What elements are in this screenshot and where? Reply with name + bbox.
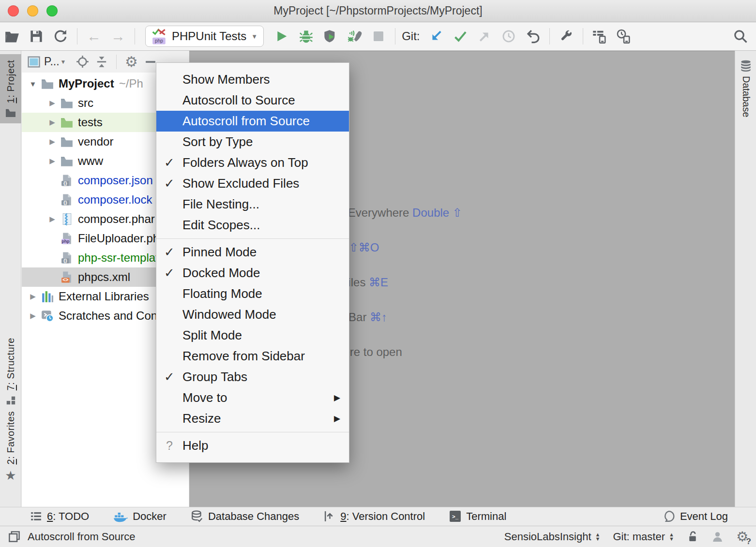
chevron-collapsed-icon[interactable]: ▶ (45, 99, 60, 107)
chevron-collapsed-icon[interactable]: ▶ (26, 311, 40, 320)
menu-item-folders-always-on-top[interactable]: ✓Folders Always on Top (156, 152, 349, 173)
menu-item-pinned-mode[interactable]: ✓Pinned Mode (156, 242, 349, 263)
toolbar-separator (549, 28, 550, 44)
locate-icon[interactable] (75, 54, 90, 70)
inspections-profile-icon[interactable] (711, 531, 724, 543)
checkmark-icon: ✓ (156, 155, 182, 170)
updown-arrows-icon: ▲▼ (595, 532, 601, 541)
chevron-collapsed-icon[interactable]: ▶ (45, 137, 60, 146)
menu-item-group-tabs[interactable]: ✓Group Tabs (156, 367, 349, 387)
device-clock-icon[interactable] (615, 28, 633, 45)
status-widget-git-master[interactable]: Git: master▲▼ (613, 531, 674, 543)
folder-gray-icon (60, 96, 74, 110)
menu-item-resize[interactable]: Resize▶ (156, 408, 349, 429)
tool-window-button-event-log[interactable]: Event Log (663, 510, 728, 523)
project-folder-icon (5, 108, 16, 118)
menu-item-floating-mode[interactable]: Floating Mode (156, 283, 349, 304)
menu-item-file-nesting[interactable]: File Nesting... (156, 194, 349, 215)
menu-item-show-members[interactable]: Show Members (156, 69, 349, 90)
chevron-collapsed-icon[interactable]: ▶ (45, 118, 60, 127)
tool-window-button-label: 9: Version Control (340, 510, 425, 523)
status-widget-label: Git: master (613, 531, 665, 543)
sync-icon[interactable] (52, 28, 69, 45)
structure-icon (5, 395, 16, 406)
run-coverage-icon[interactable] (321, 28, 339, 45)
menu-item-autoscroll-from-source[interactable]: Autoscroll from Source (156, 111, 349, 132)
open-icon[interactable] (3, 28, 21, 45)
project-view-selector[interactable]: P... (44, 55, 60, 68)
tree-item-label: vendor (78, 135, 113, 148)
json-file-icon: {} (60, 251, 74, 265)
toolbar-separator (395, 28, 395, 44)
tree-item-label: composer.json (78, 174, 153, 187)
tool-window-button-label: Database Changes (208, 510, 299, 523)
close-button[interactable] (8, 5, 19, 16)
tool-window-button-todo[interactable]: 6: TODO (30, 510, 89, 523)
menu-item-label: Move to (182, 390, 334, 405)
wrench-icon[interactable] (558, 28, 575, 45)
menu-item-split-mode[interactable]: Split Mode (156, 325, 349, 346)
svg-text:{}: {} (63, 180, 67, 186)
git-commit-icon[interactable] (452, 28, 469, 45)
toolbar-separator (77, 28, 77, 44)
tool-window-button-database-changes[interactable]: Database Changes (191, 510, 299, 523)
collapse-all-icon[interactable] (94, 54, 109, 70)
svg-text:{}: {} (63, 200, 67, 205)
back-icon[interactable]: ← (85, 28, 103, 45)
menu-item-label: Show Excluded Files (182, 176, 349, 191)
menu-item-docked-mode[interactable]: ✓Docked Mode (156, 263, 349, 283)
tree-item-label: MyProject (59, 77, 114, 90)
listen-debug-icon[interactable] (346, 28, 363, 45)
tool-window-button-docker[interactable]: Docker (113, 510, 166, 523)
tool-window-button-version-control[interactable]: 9: Version Control (323, 510, 425, 523)
tool-window-toggle-icon[interactable] (8, 530, 21, 543)
menu-item-label: Resize (182, 411, 334, 426)
tab-project[interactable]: 1: Project (0, 54, 21, 123)
archive-file-icon (60, 212, 74, 226)
unlock-icon[interactable] (687, 531, 699, 543)
tool-window-button-terminal[interactable]: >_Terminal (449, 510, 506, 523)
status-widget-sensiolabsinsight[interactable]: SensioLabsInsight▲▼ (504, 531, 601, 543)
tab-database[interactable]: Database (735, 59, 756, 118)
device-sync-icon[interactable] (591, 28, 608, 45)
menu-separator (156, 238, 349, 239)
gear-icon[interactable]: ⚙ (123, 54, 139, 70)
checkmark-icon: ✓ (156, 176, 182, 191)
menu-item-remove-from-sidebar[interactable]: Remove from Sidebar (156, 346, 349, 367)
menu-item-help[interactable]: ?Help (156, 435, 349, 456)
menu-item-autoscroll-to-source[interactable]: Autoscroll to Source (156, 90, 349, 111)
tab-structure[interactable]: 7: Structure (0, 332, 21, 412)
menu-item-windowed-mode[interactable]: Windowed Mode (156, 304, 349, 325)
minimize-button[interactable] (27, 5, 38, 16)
chevron-collapsed-icon[interactable]: ▶ (26, 292, 40, 301)
zoom-button[interactable] (46, 5, 58, 16)
menu-item-sort-by-type[interactable]: Sort by Type (156, 132, 349, 152)
git-update-icon[interactable] (427, 28, 445, 45)
tab-label: 2: Favorites (5, 411, 16, 464)
debug-icon[interactable] (297, 28, 315, 45)
chevron-expanded-icon[interactable]: ▼ (26, 80, 40, 88)
json-file-icon: {} (60, 192, 74, 207)
forward-icon[interactable]: → (109, 28, 127, 45)
chevron-collapsed-icon[interactable]: ▶ (45, 157, 60, 165)
menu-item-label: Floating Mode (182, 286, 349, 301)
menu-item-label: Docked Mode (182, 266, 349, 281)
revert-icon[interactable] (524, 28, 542, 45)
menu-item-edit-scopes[interactable]: Edit Scopes... (156, 215, 349, 236)
menu-item-label: Remove from Sidebar (182, 349, 349, 364)
tab-database-label: Database (741, 76, 752, 118)
search-icon[interactable] (732, 28, 749, 45)
save-icon[interactable] (28, 28, 45, 45)
chevron-down-icon[interactable]: ▼ (60, 59, 66, 65)
menu-item-show-excluded-files[interactable]: ✓Show Excluded Files (156, 173, 349, 194)
checkmark-icon: ✓ (156, 245, 182, 260)
run-configuration-select[interactable]: php PHPUnit Tests ▼ (145, 26, 264, 47)
history-icon (500, 28, 517, 45)
run-icon[interactable] (273, 28, 290, 45)
tab-favorites[interactable]: 2: Favorites★ (0, 405, 21, 488)
gear-help-icon[interactable]: ⚙? (736, 530, 748, 544)
menu-item-move-to[interactable]: Move to▶ (156, 387, 349, 408)
tree-item-label: phpcs.xml (78, 270, 130, 284)
menu-item-label: Pinned Mode (182, 245, 349, 260)
chevron-collapsed-icon[interactable]: ▶ (45, 215, 60, 223)
